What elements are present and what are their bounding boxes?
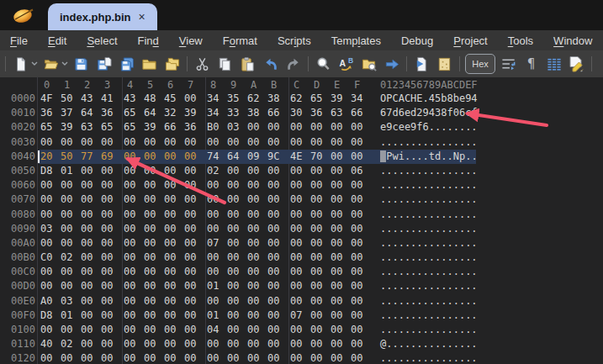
hex-byte[interactable]: 00 bbox=[351, 309, 371, 323]
undo-button[interactable] bbox=[259, 53, 282, 75]
hex-byte[interactable]: 00 bbox=[164, 351, 184, 364]
hex-byte[interactable]: 00 bbox=[267, 337, 288, 351]
hex-byte[interactable]: 00 bbox=[164, 150, 184, 164]
hex-byte[interactable]: 9C bbox=[267, 150, 288, 164]
ascii-cell[interactable]: ................ bbox=[380, 135, 478, 150]
hex-byte[interactable]: 00 bbox=[124, 279, 144, 293]
hex-byte[interactable]: 00 bbox=[164, 265, 184, 279]
hex-byte[interactable]: 00 bbox=[81, 251, 101, 265]
hex-row[interactable]: 00C000000000000000000000000000000000....… bbox=[0, 265, 603, 279]
hex-byte[interactable]: 00 bbox=[331, 351, 351, 364]
hex-byte[interactable]: 65 bbox=[124, 106, 144, 120]
save-as-button[interactable] bbox=[93, 53, 115, 75]
hex-byte[interactable]: 00 bbox=[290, 164, 310, 178]
hex-byte[interactable]: 00 bbox=[331, 323, 351, 337]
hex-byte[interactable]: 00 bbox=[310, 135, 331, 150]
hex-byte[interactable]: D8 bbox=[40, 164, 61, 178]
hex-row[interactable]: 00D000000000000000000100000000000000....… bbox=[0, 279, 603, 293]
hex-byte[interactable]: 00 bbox=[247, 294, 267, 309]
menu-item-debug[interactable]: Debug bbox=[391, 33, 443, 49]
hex-byte[interactable]: 00 bbox=[164, 222, 184, 236]
hex-byte[interactable]: 30 bbox=[290, 106, 310, 120]
menu-item-templates[interactable]: Templates bbox=[321, 33, 391, 49]
hex-byte[interactable]: 03 bbox=[40, 222, 61, 236]
ascii-cell[interactable]: 67d6ed29438f06cf bbox=[380, 106, 478, 120]
hex-byte[interactable]: 00 bbox=[227, 135, 247, 150]
hex-byte[interactable]: 00 bbox=[247, 135, 267, 150]
hex-byte[interactable]: 00 bbox=[351, 208, 371, 222]
hex-byte[interactable]: 00 bbox=[290, 222, 310, 236]
hex-byte[interactable]: 00 bbox=[61, 208, 81, 222]
hex-byte[interactable]: 00 bbox=[101, 222, 121, 236]
hex-byte[interactable]: 62 bbox=[247, 92, 267, 106]
hex-byte[interactable]: 38 bbox=[247, 106, 267, 120]
hex-byte[interactable]: 00 bbox=[331, 236, 351, 251]
hex-byte[interactable]: 00 bbox=[184, 294, 204, 309]
hex-byte[interactable]: 00 bbox=[101, 309, 121, 323]
hex-byte[interactable]: 00 bbox=[124, 265, 144, 279]
hex-byte[interactable]: 00 bbox=[124, 251, 144, 265]
hex-byte[interactable]: 00 bbox=[247, 323, 267, 337]
menu-item-window[interactable]: Window bbox=[543, 33, 602, 49]
hex-byte[interactable]: 00 bbox=[61, 178, 81, 193]
hex-byte[interactable]: 00 bbox=[331, 164, 351, 178]
hex-byte[interactable]: 00 bbox=[247, 178, 267, 193]
hex-byte[interactable]: 00 bbox=[310, 279, 331, 293]
hex-byte[interactable]: 00 bbox=[124, 150, 144, 164]
hex-byte[interactable]: 33 bbox=[227, 106, 247, 120]
hex-byte[interactable]: 00 bbox=[267, 294, 288, 309]
hex-byte[interactable]: 00 bbox=[267, 164, 288, 178]
hex-byte[interactable]: 50 bbox=[61, 150, 81, 164]
find-in-files-button[interactable] bbox=[357, 53, 380, 75]
hex-byte[interactable]: 00 bbox=[267, 222, 288, 236]
hex-byte[interactable]: 00 bbox=[61, 222, 81, 236]
hex-byte[interactable]: 00 bbox=[184, 265, 204, 279]
paste-button[interactable] bbox=[236, 53, 259, 75]
hex-row[interactable]: 0050D8010000000000000200000000000006....… bbox=[0, 164, 603, 178]
hex-byte[interactable]: 39 bbox=[61, 120, 81, 135]
hex-byte[interactable]: 00 bbox=[267, 251, 288, 265]
hex-byte[interactable]: 00 bbox=[81, 193, 101, 207]
new-file-button[interactable] bbox=[9, 53, 32, 75]
hex-byte[interactable]: 69 bbox=[101, 150, 121, 164]
hex-byte[interactable]: 00 bbox=[144, 222, 164, 236]
hex-byte[interactable]: 66 bbox=[267, 106, 288, 120]
hex-byte[interactable]: 00 bbox=[267, 193, 288, 207]
ascii-cell[interactable]: ................ bbox=[380, 265, 478, 279]
hex-byte[interactable]: 00 bbox=[124, 236, 144, 251]
hex-byte[interactable]: 00 bbox=[227, 222, 247, 236]
menu-item-project[interactable]: Project bbox=[443, 33, 497, 49]
hex-byte[interactable]: 00 bbox=[290, 178, 310, 193]
ascii-cell[interactable]: Pwi....td..Np.. bbox=[380, 150, 478, 164]
hex-byte[interactable]: 00 bbox=[310, 337, 331, 351]
hex-byte[interactable]: 00 bbox=[351, 337, 371, 351]
hex-byte[interactable]: 43 bbox=[124, 92, 144, 106]
hex-byte[interactable]: 00 bbox=[184, 323, 204, 337]
hex-byte[interactable]: 00 bbox=[124, 164, 144, 178]
hex-row[interactable]: 00E0A0030000000000000000000000000000....… bbox=[0, 294, 603, 309]
hex-byte[interactable]: 00 bbox=[331, 279, 351, 293]
hex-byte[interactable]: 62 bbox=[290, 92, 310, 106]
hex-byte[interactable]: 00 bbox=[144, 135, 164, 150]
hex-byte[interactable]: 00 bbox=[124, 222, 144, 236]
hex-byte[interactable]: 00 bbox=[40, 178, 61, 193]
hex-byte[interactable]: 00 bbox=[267, 135, 288, 150]
ascii-cell[interactable]: ................ bbox=[380, 193, 478, 207]
hex-byte[interactable]: 00 bbox=[331, 222, 351, 236]
hex-byte[interactable]: 04 bbox=[207, 323, 227, 337]
hex-byte[interactable]: 00 bbox=[184, 135, 204, 150]
hex-byte[interactable]: 00 bbox=[101, 279, 121, 293]
hex-byte[interactable]: 00 bbox=[184, 279, 204, 293]
hex-byte[interactable]: 00 bbox=[124, 309, 144, 323]
ascii-cell[interactable]: ................ bbox=[380, 236, 478, 251]
find-button[interactable] bbox=[312, 53, 335, 75]
hex-byte[interactable]: 00 bbox=[164, 135, 184, 150]
hex-byte[interactable]: 00 bbox=[247, 120, 267, 135]
hex-byte[interactable]: 00 bbox=[351, 120, 371, 135]
hex-byte[interactable]: 00 bbox=[40, 208, 61, 222]
hex-byte[interactable]: 00 bbox=[227, 251, 247, 265]
hex-byte[interactable]: 00 bbox=[351, 251, 371, 265]
hex-byte[interactable]: 00 bbox=[164, 251, 184, 265]
hex-byte[interactable]: 00 bbox=[351, 323, 371, 337]
hex-byte[interactable]: 00 bbox=[184, 337, 204, 351]
